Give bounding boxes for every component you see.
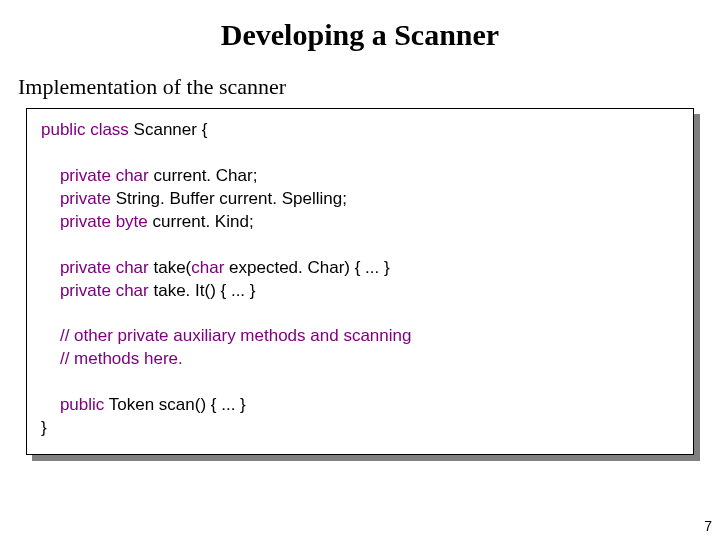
code-text: Token scan() { ... } [109, 395, 246, 414]
page-title: Developing a Scanner [10, 18, 710, 52]
code-kw: public class [41, 120, 134, 139]
code-text: expected. Char) { ... } [229, 258, 390, 277]
code-text: String. Buffer current. Spelling; [116, 189, 347, 208]
code-comment: // other private auxiliary methods and s… [60, 326, 412, 345]
code-kw: char [191, 258, 229, 277]
code-block: public class Scanner { private char curr… [41, 119, 679, 440]
code-kw: private char [60, 166, 154, 185]
page-number: 7 [704, 518, 712, 534]
code-text: } [41, 418, 47, 437]
code-kw: private char [60, 281, 154, 300]
code-box: public class Scanner { private char curr… [26, 108, 694, 455]
code-text: take. It() { ... } [153, 281, 255, 300]
subtitle: Implementation of the scanner [18, 74, 710, 100]
code-kw: private [60, 189, 116, 208]
code-kw: public [60, 395, 109, 414]
code-comment: // methods here. [60, 349, 183, 368]
code-text: current. Char; [153, 166, 257, 185]
code-box-inner: public class Scanner { private char curr… [26, 108, 694, 455]
code-kw: private byte [60, 212, 153, 231]
code-text: take( [153, 258, 191, 277]
slide: Developing a Scanner Implementation of t… [0, 0, 720, 540]
code-text: current. Kind; [153, 212, 254, 231]
code-kw: private char [60, 258, 154, 277]
code-text: Scanner { [134, 120, 208, 139]
